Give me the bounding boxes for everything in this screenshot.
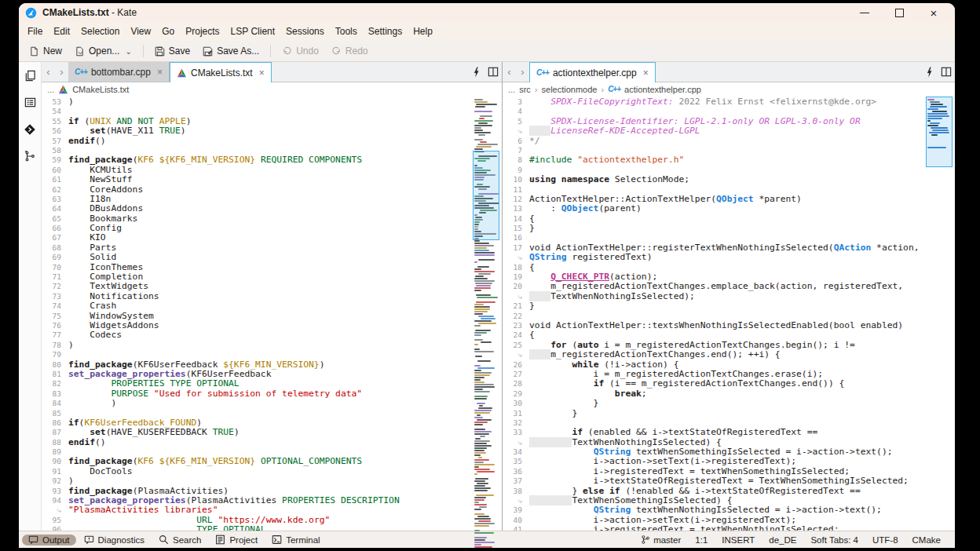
code-segment: QObject xyxy=(561,203,599,213)
code-area[interactable]: 3 SPDX-FileCopyrightText: 2022 Felix Ern… xyxy=(503,96,925,531)
breadcrumb: ...CMakeLists.txt xyxy=(42,82,502,96)
line-number: 76 xyxy=(42,321,68,330)
minimap-viewport[interactable] xyxy=(473,151,499,240)
code-segment: TextWhenNothingIsSelected); xyxy=(550,291,695,301)
statusbar-output-button[interactable]: Output xyxy=(22,535,76,546)
menu-go[interactable]: Go xyxy=(156,24,180,38)
breadcrumb-ellipsis[interactable]: ... xyxy=(508,85,515,94)
split-view-button[interactable] xyxy=(485,62,502,82)
breadcrumb-ellipsis[interactable]: ... xyxy=(47,85,54,94)
save-as-button[interactable]: Save As... xyxy=(197,44,265,58)
minimap-line xyxy=(474,466,478,468)
code-segment: ${KF6_MIN_VERSION} xyxy=(159,456,255,466)
code-segment: "actiontexthelper.h" xyxy=(577,155,684,165)
menu-view[interactable]: View xyxy=(125,24,156,38)
close-icon[interactable]: × xyxy=(259,68,265,78)
menu-tools[interactable]: Tools xyxy=(330,24,363,38)
code-segment xyxy=(529,97,550,107)
minimap-line xyxy=(474,313,483,315)
statusbar-diagnostics-button[interactable]: Diagnostics xyxy=(78,535,151,546)
minimap-scrollbar[interactable] xyxy=(925,96,955,531)
split-view-icon[interactable] xyxy=(941,67,952,77)
status-insert[interactable]: INSERT xyxy=(715,535,761,545)
line-number: 93 xyxy=(42,487,68,496)
history-back-button[interactable]: ‹ xyxy=(42,62,55,82)
history-forward-button[interactable]: › xyxy=(516,62,529,82)
status-value: UTF-8 xyxy=(872,535,898,545)
statusbar-terminal-button[interactable]: Terminal xyxy=(265,534,326,546)
code-segment: KIO xyxy=(68,232,106,243)
minimap-line xyxy=(477,144,498,145)
menu-edit[interactable]: Edit xyxy=(48,24,75,38)
history-forward-button[interactable]: › xyxy=(55,62,68,82)
menu-lsp-client[interactable]: LSP Client xyxy=(225,24,280,38)
status-soft-tabs-4[interactable]: Soft Tabs: 4 xyxy=(804,535,865,545)
line-number: 34 xyxy=(503,447,529,457)
maximize-button[interactable] xyxy=(894,7,905,18)
code-segment: i->registeredText = textWhenSomethingIsS… xyxy=(529,466,850,476)
line-number: 7 xyxy=(503,146,529,155)
menu-selection[interactable]: Selection xyxy=(75,24,125,38)
tab-actiontexthelper-cpp[interactable]: C++actiontexthelper.cpp× xyxy=(529,62,656,82)
code-area[interactable]: 53)5455if (UNIX AND NOT APPLE)56 set(HAV… xyxy=(42,96,472,531)
minimap-line xyxy=(474,374,490,376)
code-segment: DBusAddons xyxy=(68,203,143,213)
line-number: 38 xyxy=(503,487,529,496)
sidebar-tool-documents[interactable] xyxy=(24,70,36,84)
history-back-button[interactable]: ‹ xyxy=(503,62,516,82)
breadcrumb-item[interactable]: CMakeLists.txt xyxy=(72,85,129,94)
close-icon[interactable]: × xyxy=(157,67,163,78)
lightning-icon[interactable] xyxy=(926,67,933,78)
minimap-line xyxy=(474,509,481,510)
split-view-icon[interactable] xyxy=(488,67,499,77)
sidebar-tool-git[interactable] xyxy=(24,123,36,138)
minimap-line xyxy=(474,308,490,310)
minimap-scrollbar[interactable] xyxy=(472,96,502,531)
sidebar-tool-filesystem-browser[interactable] xyxy=(24,97,36,111)
status-cmake[interactable]: CMake xyxy=(906,535,947,545)
code-segment: URL xyxy=(196,515,218,525)
status-master[interactable]: master xyxy=(634,535,687,545)
breadcrumb-item[interactable]: actiontexthelper.cpp xyxy=(624,85,701,94)
quick-open-button[interactable] xyxy=(920,62,938,82)
line-number: 55 xyxy=(42,117,68,126)
sidebar-tool-symbols[interactable] xyxy=(24,151,35,164)
save-button[interactable]: Save xyxy=(149,44,196,58)
line-number: ⤷ xyxy=(503,253,529,262)
minimap-viewport[interactable] xyxy=(926,97,953,167)
minimize-button[interactable]: — xyxy=(859,7,870,18)
minimap-line xyxy=(478,134,486,136)
split-view-button[interactable] xyxy=(938,62,955,82)
minimap-line xyxy=(474,469,490,470)
open-button[interactable]: Open...⌄ xyxy=(69,44,137,58)
minimap-line xyxy=(479,118,485,119)
tab-bottombar-cpp[interactable]: C++bottombar.cpp× xyxy=(68,62,170,82)
minimap-line xyxy=(474,459,489,461)
status-utf-8[interactable]: UTF-8 xyxy=(866,535,905,545)
documents-icon xyxy=(24,70,36,82)
title-bar[interactable]: CMakeLists.txt - Kate —× xyxy=(19,3,955,22)
code-segment: () xyxy=(95,437,106,447)
close-icon[interactable]: × xyxy=(643,68,649,78)
menu-sessions[interactable]: Sessions xyxy=(280,24,330,38)
line-number: 21 xyxy=(503,301,529,311)
menu-help[interactable]: Help xyxy=(408,24,438,38)
breadcrumb-item[interactable]: src xyxy=(519,85,531,94)
tab-CMakeLists-txt[interactable]: CMakeLists.txt× xyxy=(170,62,272,82)
menu-settings[interactable]: Settings xyxy=(363,24,408,38)
new-button[interactable]: New xyxy=(24,44,68,58)
menu-projects[interactable]: Projects xyxy=(180,24,225,38)
status-de-de[interactable]: de_DE xyxy=(762,535,803,545)
breadcrumb-item[interactable]: selectionmode xyxy=(542,85,598,94)
menu-file[interactable]: File xyxy=(22,24,48,38)
minimap-line xyxy=(474,421,488,423)
statusbar-project-button[interactable]: Project xyxy=(209,534,264,546)
line-number: 53 xyxy=(42,97,68,107)
quick-open-button[interactable] xyxy=(467,62,485,82)
status-1-1[interactable]: 1:1 xyxy=(689,535,714,545)
close-button[interactable]: × xyxy=(928,7,939,18)
wrap-indent xyxy=(529,437,572,447)
lightning-icon[interactable] xyxy=(473,67,480,78)
code-segment: auto xyxy=(577,340,598,350)
statusbar-search-button[interactable]: Search xyxy=(152,534,207,546)
